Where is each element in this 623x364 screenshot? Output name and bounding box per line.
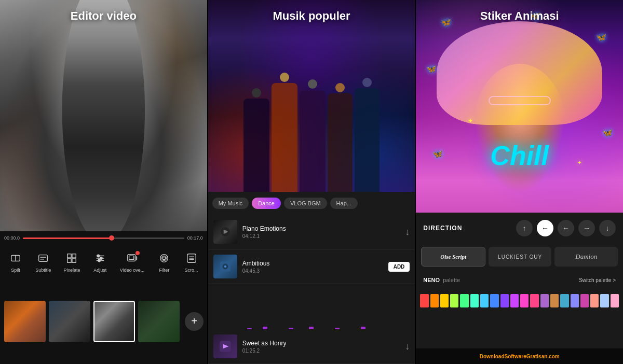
- swatch-19[interactable]: [600, 294, 608, 307]
- swatch-18[interactable]: [590, 294, 599, 307]
- download-icon-3[interactable]: ↓: [405, 341, 410, 352]
- swatch-5[interactable]: [460, 294, 468, 307]
- music-item-1[interactable]: Piano Emotions 04:12.1 ↓: [208, 215, 415, 249]
- tab-my-music[interactable]: My Music: [212, 198, 249, 209]
- chill-text: Chill: [490, 140, 549, 171]
- add-music-button[interactable]: ADD: [388, 262, 410, 272]
- panel-3-title: Stiker Animasi: [416, 9, 623, 23]
- direction-panel: DIRECTION ↑ ← ← → ↓: [416, 213, 623, 244]
- butterfly-5: 🦋: [602, 128, 613, 137]
- swatch-10[interactable]: [510, 294, 519, 307]
- swatch-1[interactable]: [420, 294, 428, 307]
- font-panel: Olse Script LUCKIEST GUY Damion: [416, 244, 623, 270]
- tab-dance[interactable]: Dance: [252, 198, 281, 209]
- svg-rect-2: [39, 255, 48, 261]
- swatch-8[interactable]: [490, 294, 498, 307]
- tool-pixelate-label: Pixelate: [63, 268, 80, 273]
- swatch-14[interactable]: [550, 294, 559, 307]
- svg-rect-8: [72, 258, 76, 262]
- font-luckiest-label: LUCKIEST GUY: [498, 254, 542, 260]
- music-item-3[interactable]: Sweet as Honry 01:25.2 ↓: [208, 329, 415, 364]
- panel-2-title: Musik populer: [208, 9, 415, 23]
- tool-filter[interactable]: Filter: [157, 251, 171, 273]
- tool-scroll[interactable]: Scro...: [184, 251, 199, 273]
- thumbnail-2[interactable]: [49, 301, 90, 342]
- palette-panel: NENO palette Switch palette >: [416, 270, 623, 290]
- palette-name: NENO: [423, 277, 440, 283]
- swatch-11[interactable]: [520, 294, 529, 307]
- panel-stiker-animasi: Chill 🦋 🦋 🦋 🦋 🦋 🦋 ✦ ✦ Stiker Animasi DIR…: [416, 0, 623, 364]
- thumbnail-1[interactable]: [4, 301, 46, 342]
- tools-row: Spilt Subtitle Pixelate Adjust: [0, 245, 207, 278]
- timeline-track[interactable]: [23, 237, 184, 239]
- music-name-1: Piano Emotions: [242, 225, 400, 232]
- direction-left-button[interactable]: ←: [558, 220, 574, 236]
- swatch-9[interactable]: [500, 294, 509, 307]
- swatch-16[interactable]: [571, 294, 579, 307]
- pixelate-icon: [64, 251, 79, 265]
- svg-point-19: [163, 257, 166, 260]
- direction-up-button[interactable]: ↑: [516, 220, 533, 236]
- music-list: Piano Emotions 04:12.1 ↓ Ambitious 04:45…: [208, 215, 415, 364]
- tool-scroll-label: Scro...: [185, 268, 198, 273]
- direction-down-button[interactable]: ↓: [599, 220, 616, 236]
- svg-rect-5: [67, 254, 71, 257]
- font-luckiest-guy[interactable]: LUCKIEST GUY: [489, 247, 552, 267]
- panel-musik-populer: Musik populer My Music Dance VLOG BGM Ha…: [208, 0, 416, 364]
- butterfly-3: 🦋: [596, 32, 606, 42]
- add-clip-button[interactable]: +: [185, 312, 204, 331]
- download-icon-1[interactable]: ↓: [405, 227, 410, 237]
- font-olse-script[interactable]: Olse Script: [421, 247, 485, 267]
- sparkle-1: ✦: [468, 117, 473, 124]
- music-item-2[interactable]: Ambitious 04:45.3 ADD: [208, 249, 415, 284]
- direction-right-button[interactable]: →: [578, 220, 595, 236]
- svg-rect-17: [129, 256, 133, 259]
- filter-icon: [157, 251, 171, 265]
- swatch-4[interactable]: [450, 294, 458, 307]
- tool-adjust[interactable]: Adjust: [93, 251, 107, 273]
- swatches-panel: [416, 290, 623, 311]
- panel-1-title: Editor video: [0, 9, 207, 23]
- swatch-13[interactable]: [540, 294, 549, 307]
- swatch-3[interactable]: [440, 294, 449, 307]
- direction-label: DIRECTION: [423, 225, 512, 232]
- svg-point-14: [98, 259, 101, 262]
- tool-badge: [136, 251, 140, 255]
- music-info-1: Piano Emotions 04:12.1: [242, 225, 400, 239]
- thumbnail-3[interactable]: [93, 301, 135, 342]
- swatch-15[interactable]: [560, 294, 568, 307]
- butterfly-6: 🦋: [432, 149, 443, 159]
- swatch-7[interactable]: [480, 294, 489, 307]
- tool-video-over[interactable]: Video ove...: [120, 251, 144, 273]
- tab-happy[interactable]: Hap...: [330, 198, 358, 209]
- music-thumb-3: [213, 334, 237, 358]
- music-thumb-1: [213, 220, 237, 244]
- swatch-17[interactable]: [580, 294, 589, 307]
- svg-point-18: [160, 254, 168, 262]
- thumbnail-4[interactable]: [138, 301, 180, 342]
- swatch-2[interactable]: [430, 294, 439, 307]
- watermark: DownloadSoftwareGratisan.com: [416, 348, 623, 364]
- music-background-photo: [208, 0, 415, 192]
- swatch-12[interactable]: [530, 294, 538, 307]
- adjust-icon: [93, 251, 107, 265]
- tool-split[interactable]: Spilt: [8, 251, 23, 273]
- switch-palette-button[interactable]: Switch palette >: [579, 277, 616, 283]
- font-damion[interactable]: Damion: [554, 247, 618, 267]
- tool-pixelate[interactable]: Pixelate: [63, 251, 80, 273]
- timeline-progress: [23, 237, 112, 239]
- photo-figure: [0, 0, 207, 244]
- direction-back-button[interactable]: ←: [537, 220, 553, 236]
- palette-sub: palette: [443, 277, 460, 283]
- tool-subtitle-label: Subtitle: [35, 268, 51, 273]
- tab-vlog-bgm[interactable]: VLOG BGM: [284, 198, 327, 209]
- timeline-bar: 00:00.0 00:17.0: [0, 231, 207, 245]
- font-damion-label: Damion: [575, 253, 597, 261]
- swatch-20[interactable]: [611, 294, 619, 307]
- music-info-2: Ambitious 04:45.3: [242, 260, 383, 274]
- music-tabs: My Music Dance VLOG BGM Hap...: [208, 192, 415, 215]
- tool-subtitle[interactable]: Subtitle: [35, 251, 51, 273]
- music-dur-3: 01:25.2: [242, 348, 400, 354]
- svg-point-13: [100, 257, 102, 259]
- swatch-6[interactable]: [470, 294, 479, 307]
